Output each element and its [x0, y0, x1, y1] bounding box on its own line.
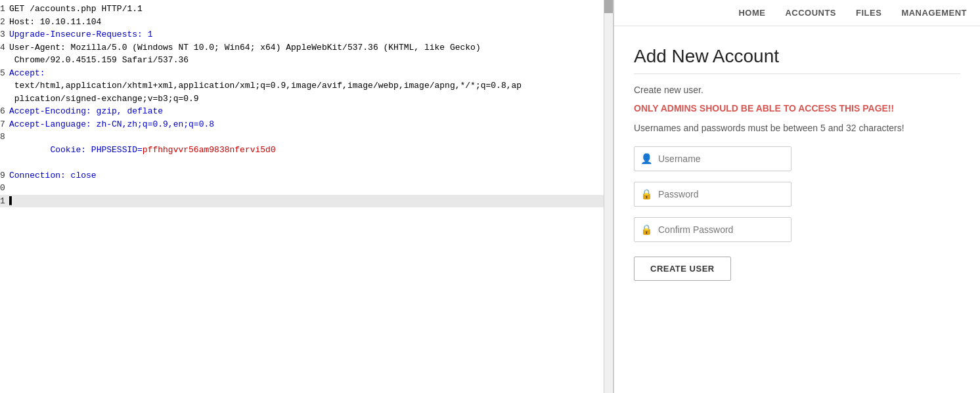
terminal-line-5: 5 Accept:	[0, 67, 613, 80]
scrollbar[interactable]	[604, 0, 613, 393]
divider	[634, 73, 960, 74]
terminal-line-6: 6 Accept-Encoding: gzip, deflate	[0, 105, 613, 118]
terminal-line-7: 7 Accept-Language: zh-CN,zh;q=0.9,en;q=0…	[0, 118, 613, 131]
confirm-password-group: 🔒	[634, 217, 960, 242]
terminal-line-5b: text/html,application/xhtml+xml,applicat…	[0, 79, 613, 93]
terminal-line-1: 1 GET /accounts.php HTTP/1.1	[0, 3, 613, 16]
lock-icon: 🔒	[640, 188, 653, 200]
terminal-line-2: 2 Host: 10.10.11.104	[0, 16, 613, 29]
nav-home[interactable]: HOME	[738, 8, 765, 18]
form-subtitle: Create new user.	[634, 85, 960, 95]
password-input[interactable]	[634, 182, 791, 207]
create-user-button[interactable]: CREATE USER	[634, 257, 731, 281]
nav-management[interactable]: MANAGEMENT	[901, 8, 967, 18]
right-panel: HOME ACCOUNTS FILES MANAGEMENT Add New A…	[614, 0, 980, 393]
terminal-line-11: 1 ▌	[0, 195, 613, 208]
admin-warning: ONLY ADMINS SHOULD BE ABLE TO ACCESS THI…	[634, 103, 960, 114]
scroll-thumb[interactable]	[604, 0, 613, 13]
form-area: Add New Account Create new user. ONLY AD…	[614, 26, 980, 300]
password-group: 🔒	[634, 182, 960, 207]
terminal-line-4: 4 User-Agent: Mozilla/5.0 (Windows NT 10…	[0, 41, 613, 54]
terminal-line-4b: Chrome/92.0.4515.159 Safari/537.36	[0, 54, 613, 67]
lock-confirm-icon: 🔒	[640, 224, 653, 236]
terminal-content[interactable]: 1 GET /accounts.php HTTP/1.1 2 Host: 10.…	[0, 0, 613, 393]
char-limit-info: Usernames and passwords must be between …	[634, 123, 960, 133]
person-icon: 👤	[640, 153, 653, 165]
terminal-line-5c: plication/signed-exchange;v=b3;q=0.9	[0, 93, 613, 106]
terminal-line-8: 8 Cookie: PHPSESSID=pffhhgvvr56am9838nfe…	[0, 131, 613, 169]
username-input[interactable]	[634, 146, 791, 171]
nav-accounts[interactable]: ACCOUNTS	[785, 8, 836, 18]
username-group: 👤	[634, 146, 960, 171]
terminal-panel: 1 GET /accounts.php HTTP/1.1 2 Host: 10.…	[0, 0, 614, 393]
terminal-line-10: 0	[0, 182, 613, 195]
confirm-password-input[interactable]	[634, 217, 791, 242]
terminal-line-9: 9 Connection: close	[0, 169, 613, 182]
nav-files[interactable]: FILES	[856, 8, 881, 18]
terminal-line-3: 3 Upgrade-Insecure-Requests: 1	[0, 28, 613, 41]
page-title: Add New Account	[634, 46, 960, 67]
navbar: HOME ACCOUNTS FILES MANAGEMENT	[614, 0, 980, 26]
